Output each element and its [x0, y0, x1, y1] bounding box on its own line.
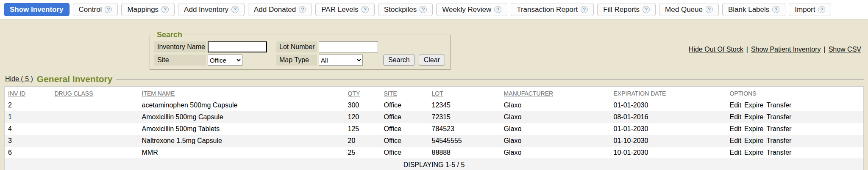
clear-button[interactable]: Clear: [419, 55, 445, 66]
cell-manufacturer: Glaxo: [501, 135, 610, 147]
tab-label: Mappings: [127, 5, 159, 14]
cell-site: Office: [381, 99, 428, 111]
lot-number-input[interactable]: [319, 41, 378, 52]
edit-link[interactable]: Edit: [730, 137, 742, 144]
cell-drug-class: [51, 147, 139, 159]
cell-site: Office: [381, 111, 428, 123]
tab-label: Weekly Review: [442, 5, 491, 14]
expire-link[interactable]: Expire: [744, 149, 763, 156]
cell-options: EditExpireTransfer: [726, 99, 864, 111]
column-header-manufacturer[interactable]: MANUFACTURER: [501, 87, 610, 100]
search-legend: Search: [155, 30, 184, 39]
table-row: 3Naltrexone 1.5mg Capsule20Office5454555…: [5, 135, 864, 147]
column-header-qty[interactable]: QTY: [345, 87, 381, 100]
inventory-header-row: INV IDDRUG CLASSITEM NAMEQTYSITELOTMANUF…: [5, 87, 864, 100]
map-type-label: Map Type: [276, 55, 317, 66]
tab-label: Import: [795, 5, 815, 14]
tab-mappings[interactable]: Mappings?: [121, 3, 175, 16]
map-type-select[interactable]: All: [319, 55, 363, 66]
tab-add-inventory[interactable]: Add Inventory?: [178, 3, 245, 16]
cell-expiration-date: 01-01-2030: [610, 123, 726, 135]
tab-label: Fill Reports: [603, 5, 640, 14]
help-icon[interactable]: ?: [105, 6, 112, 13]
cell-site: Office: [381, 147, 428, 159]
tab-weekly-review[interactable]: Weekly Review?: [436, 3, 507, 16]
column-header-site[interactable]: SITE: [381, 87, 428, 100]
cell-options: EditExpireTransfer: [726, 123, 864, 135]
show-patient-inventory-link[interactable]: Show Patient Inventory: [751, 46, 821, 53]
table-row: 4Amoxicillin 500mg Tablets125Office78452…: [5, 123, 864, 135]
cell-qty: 25: [345, 147, 381, 159]
cell-drug-class: [51, 135, 139, 147]
section-divider: [116, 79, 864, 80]
help-icon[interactable]: ?: [706, 6, 713, 13]
expire-link[interactable]: Expire: [744, 125, 763, 132]
cell-inv-id: 4: [5, 123, 51, 135]
transfer-link[interactable]: Transfer: [766, 149, 791, 156]
help-icon[interactable]: ?: [420, 6, 427, 13]
transfer-link[interactable]: Transfer: [766, 125, 791, 132]
site-select[interactable]: Office: [208, 55, 242, 66]
cell-inv-id: 6: [5, 147, 51, 159]
cell-site: Office: [381, 135, 428, 147]
table-row: 1Amoxicillin 500mg Capsule120Office72315…: [5, 111, 864, 123]
help-icon[interactable]: ?: [362, 6, 369, 13]
cell-item-name: Amoxicillin 500mg Capsule: [139, 111, 345, 123]
tab-med-queue[interactable]: Med Queue?: [659, 3, 719, 16]
tab-label: Show Inventory: [10, 5, 64, 14]
hide-section-link[interactable]: Hide ( 5 ): [5, 75, 33, 83]
help-icon[interactable]: ?: [818, 6, 825, 13]
column-header-options: OPTIONS: [726, 87, 864, 100]
tab-import[interactable]: Import?: [789, 3, 831, 16]
transfer-link[interactable]: Transfer: [766, 101, 791, 109]
help-icon[interactable]: ?: [494, 6, 501, 13]
tab-control[interactable]: Control?: [73, 3, 118, 16]
tab-label: Add Donated: [254, 5, 296, 14]
help-icon[interactable]: ?: [161, 6, 169, 13]
search-button[interactable]: Search: [383, 55, 415, 66]
hide-out-of-stock-link[interactable]: Hide Out Of Stock: [689, 46, 743, 53]
expire-link[interactable]: Expire: [744, 137, 763, 144]
column-header-lot[interactable]: LOT: [428, 87, 501, 100]
help-icon[interactable]: ?: [231, 6, 239, 13]
cell-options: EditExpireTransfer: [726, 111, 864, 123]
search-row: Search Inventory Name Lot Number Site Of…: [0, 19, 868, 70]
edit-link[interactable]: Edit: [730, 125, 742, 132]
tab-stockpiles[interactable]: Stockpiles?: [378, 3, 433, 16]
tab-transaction-report[interactable]: Transaction Report?: [511, 3, 594, 16]
transfer-link[interactable]: Transfer: [766, 137, 791, 144]
inventory-name-input[interactable]: [208, 41, 267, 52]
help-icon[interactable]: ?: [643, 6, 650, 13]
cell-qty: 300: [345, 99, 381, 111]
cell-item-name: Naltrexone 1.5mg Capsule: [139, 135, 345, 147]
cell-site: Office: [381, 123, 428, 135]
inventory-table: INV IDDRUG CLASSITEM NAMEQTYSITELOTMANUF…: [4, 86, 864, 170]
show-csv-link[interactable]: Show CSV: [829, 46, 861, 53]
cell-manufacturer: Glaxo: [501, 123, 610, 135]
edit-link[interactable]: Edit: [730, 113, 742, 121]
transfer-link[interactable]: Transfer: [766, 113, 791, 121]
help-icon[interactable]: ?: [772, 6, 779, 13]
table-footer-row: DISPLAYING 1-5 / 5: [5, 159, 864, 170]
column-header-item-name[interactable]: ITEM NAME: [139, 87, 345, 100]
tab-blank-labels[interactable]: Blank Labels?: [722, 3, 785, 16]
help-icon[interactable]: ?: [299, 6, 306, 13]
cell-item-name: acetaminophen 500mg Capsule: [139, 99, 345, 111]
edit-link[interactable]: Edit: [730, 101, 742, 109]
expire-link[interactable]: Expire: [744, 101, 763, 109]
cell-expiration-date: 10-01-2030: [610, 147, 726, 159]
section-header: Hide ( 5 ) General Inventory: [5, 74, 864, 84]
tab-show-inventory[interactable]: Show Inventory: [4, 3, 70, 16]
column-header-expiration-date: EXPIRATION DATE: [610, 87, 726, 100]
tab-add-donated[interactable]: Add Donated?: [248, 3, 312, 16]
column-header-inv-id[interactable]: INV ID: [5, 87, 51, 100]
expire-link[interactable]: Expire: [744, 113, 763, 121]
cell-drug-class: [51, 123, 139, 135]
column-header-drug-class[interactable]: DRUG CLASS: [51, 87, 139, 100]
tab-fill-reports[interactable]: Fill Reports?: [597, 3, 656, 16]
link-separator: |: [746, 46, 748, 53]
cell-drug-class: [51, 99, 139, 111]
tab-par-levels[interactable]: PAR Levels?: [315, 3, 375, 16]
help-icon[interactable]: ?: [581, 6, 588, 13]
edit-link[interactable]: Edit: [730, 149, 742, 156]
